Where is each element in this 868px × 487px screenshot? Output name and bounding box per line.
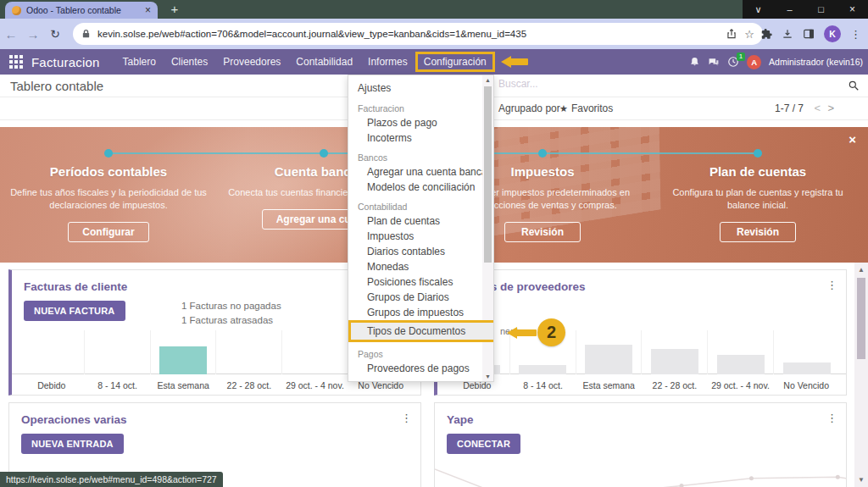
scroll-up-icon[interactable]: ▲ [854,266,868,274]
tab-close-icon[interactable]: × [145,4,151,16]
configurar-button[interactable]: Configurar [68,222,148,242]
share-icon[interactable] [726,28,737,40]
toolbar-icons: K ⋮ [760,19,861,49]
browser-menu-kebab-icon[interactable]: ⋮ [850,28,861,41]
dropdown-item-plazos-de-pago[interactable]: Plazos de pago [348,115,493,130]
revision-impuestos-button[interactable]: Revisión [504,222,581,242]
menu-configuracion[interactable]: Configuración [415,52,495,72]
dropdown-item-posiciones-fiscales[interactable]: Posiciones fiscales [348,274,493,290]
bell-icon[interactable] [689,57,700,68]
url-bar[interactable]: kevin.solse.pe/web#action=706&model=acco… [73,23,763,45]
reload-icon[interactable]: ↻ [44,27,66,41]
window-menu-icon[interactable]: ∨ [743,0,774,19]
card-title[interactable]: Operaciones varias [21,413,127,426]
card-kebab-icon[interactable]: ⋮ [826,412,837,424]
bar[interactable] [159,346,207,374]
menu-proveedores[interactable]: Proveedores [215,52,288,72]
nueva-factura-button[interactable]: NUEVA FACTURA [24,301,125,321]
card-facturas-proveedores[interactable]: Facturas de proveedores ⋮ nent Debido 8 … [434,269,847,396]
menu-clientes[interactable]: Clientes [164,52,215,72]
configuracion-dropdown: Ajustes Facturacion Plazos de pago Incot… [348,75,494,382]
info-unpaid[interactable]: 1 Facturas no pagadas [181,299,281,313]
dropdown-item-grupos-de-diarios[interactable]: Grupos de Diarios [348,290,493,305]
x-label: 29 oct. - 4 nov. [708,380,774,390]
new-tab-button[interactable]: + [166,1,183,18]
browser-tab[interactable]: Odoo - Tablero contable × [5,2,158,19]
x-label: 22 - 28 oct. [216,380,282,390]
dropdown-item-modelos-conciliacion[interactable]: Modelos de conciliación [348,180,493,195]
page-scrollbar[interactable]: ▲ ▼ [854,263,868,487]
window-close-icon[interactable]: × [837,0,868,19]
scroll-down-icon[interactable]: ▼ [854,476,868,484]
forward-icon[interactable]: → [22,27,44,42]
pager-prev-icon[interactable]: < [814,102,821,114]
window-restore-icon[interactable]: □ [805,0,837,19]
page-title: Tablero contable [10,79,103,93]
user-name[interactable]: Administrador (kevin16) [769,57,863,67]
menu-informes[interactable]: Informes [360,52,415,72]
dropdown-item-plan-de-cuentas[interactable]: Plan de cuentas [348,213,493,229]
card-yape[interactable]: Yape ⋮ CONECTAR [434,402,847,487]
card-info: 1 Facturas no pagadas 1 Facturas atrasad… [181,299,281,328]
dropdown-item-impuestos[interactable]: Impuestos [348,229,493,244]
chart-column [215,330,281,374]
card-kebab-icon[interactable]: ⋮ [401,412,412,424]
odoo-favicon-icon [12,6,21,15]
menu-contabilidad[interactable]: Contabilidad [288,52,360,72]
search-input[interactable] [498,78,753,90]
annotation-arrow-configuracion [501,56,530,68]
search-icon[interactable] [848,80,860,91]
user-avatar[interactable]: A [747,55,761,69]
x-label: Esta semana [150,380,216,390]
extensions-puzzle-icon[interactable] [760,28,772,40]
dropdown-item-proveedores-de-pagos[interactable]: Proveedores de pagos [348,361,493,376]
info-overdue[interactable]: 1 Facturas atrasadas [181,313,281,328]
url-text[interactable]: kevin.solse.pe/web#action=706&model=acco… [97,29,719,39]
scroll-down-icon[interactable]: ▼ [482,374,493,379]
dropdown-item-agregar-cuenta-bancaria[interactable]: Agregar una cuenta bancaria [348,164,493,180]
dropdown-item-tipos-de-documentos[interactable]: Tipos de Documentos [348,320,494,342]
window-minimize-icon[interactable]: – [774,0,805,19]
app-name[interactable]: Facturacion [31,55,100,69]
dropdown-item-diarios-contables[interactable]: Diarios contables [348,244,493,259]
card-title[interactable]: Yape [447,413,474,426]
card-kebab-icon[interactable]: ⋮ [826,279,837,291]
banner-close-icon[interactable]: × [849,132,856,147]
bar[interactable] [519,365,566,374]
bar[interactable] [717,355,765,374]
apps-grid-icon[interactable] [9,55,23,69]
scroll-up-icon[interactable]: ▲ [482,77,493,83]
vendor-bar-chart [444,330,839,374]
bar[interactable] [585,345,632,374]
pager-next-icon[interactable]: > [827,102,834,114]
conectar-button[interactable]: CONECTAR [447,434,520,454]
x-label: 8 - 14 oct. [510,380,576,390]
timeline-dot [754,149,762,158]
menu-tablero[interactable]: Tablero [115,52,164,72]
onboarding-step-periodos: Períodos contables Define tus años fisca… [3,164,214,242]
side-panel-icon[interactable] [803,28,815,40]
nueva-entrada-button[interactable]: NUEVA ENTRADA [21,434,124,454]
dropdown-scrollbar-thumb[interactable] [484,86,492,263]
browser-toolbar: ← → ↻ kevin.solse.pe/web#action=706&mode… [0,19,868,49]
group-by-button[interactable]: Agrupado por [498,102,560,114]
chart-column [641,330,707,374]
dropdown-item-incoterms[interactable]: Incoterms [348,130,493,146]
favorites-button[interactable]: ★Favoritos [559,102,613,114]
browser-profile-avatar[interactable]: K [824,25,841,42]
chat-icon[interactable] [708,57,720,68]
back-icon[interactable]: ← [0,27,22,42]
bar[interactable] [783,362,831,374]
card-title[interactable]: Facturas de cliente [24,280,127,293]
bookmark-star-icon[interactable]: ☆ [744,28,754,41]
download-icon[interactable] [782,28,793,40]
activities-clock[interactable]: 1 [727,56,739,68]
dropdown-item-grupos-de-impuestos[interactable]: Grupos de impuestos [348,305,493,320]
page-scrollbar-thumb[interactable] [857,278,865,359]
timeline-dot [538,149,547,158]
revision-plan-button[interactable]: Revisión [720,222,796,242]
dropdown-item-ajustes[interactable]: Ajustes [348,80,493,97]
dropdown-item-monedas[interactable]: Monedas [348,259,493,274]
chart-column [84,330,150,374]
bar[interactable] [651,349,698,374]
